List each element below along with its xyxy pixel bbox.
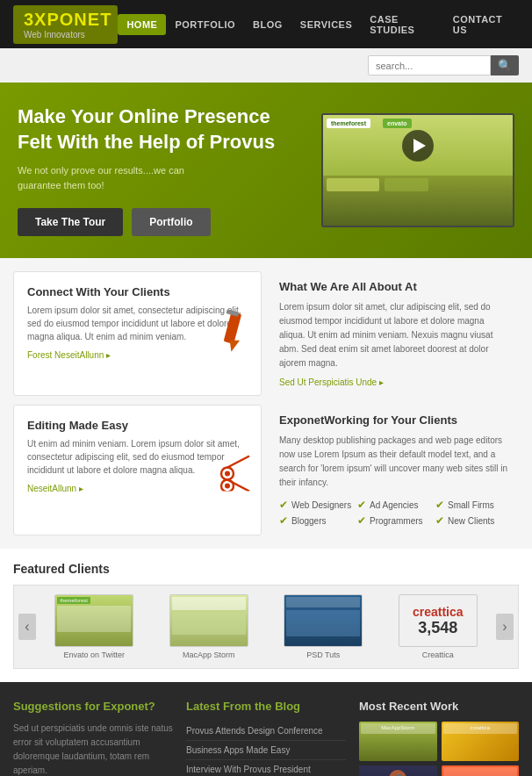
logo-sub: Web Innovators — [24, 30, 85, 40]
hero-section: Make Your Online PresenceFelt With the H… — [0, 83, 532, 258]
nav-case-studies[interactable]: CASE STUDIES — [361, 9, 444, 40]
hero-title: Make Your Online PresenceFelt With the H… — [18, 104, 308, 154]
carousel-prev[interactable]: ‹ — [18, 614, 36, 640]
work-thumb-2[interactable]: creattica — [442, 722, 520, 761]
work-thumb-1[interactable]: MacAppStorm — [359, 722, 437, 761]
nav-portfolio[interactable]: PORTFOLIO — [166, 14, 244, 35]
hero-video[interactable]: themeforest envato — [321, 113, 514, 227]
blog-title: Latest From the Blog — [186, 700, 346, 713]
pencil-icon — [214, 308, 254, 359]
work-thumb-4[interactable] — [442, 765, 520, 776]
svg-line-7 — [227, 456, 249, 467]
working-text: Many desktop publishing packages and web… — [279, 434, 510, 490]
check-icon-6: ✔ — [435, 514, 444, 527]
video-inner: themeforest envato — [323, 115, 513, 226]
featured-title: Featured Clients — [13, 562, 519, 576]
content-area: Connect With Your Clients Lorem ipsum do… — [0, 258, 532, 549]
play-button[interactable] — [402, 130, 434, 162]
suggestions-text1: Sed ut perspiciatis unde omnis iste natu… — [13, 722, 173, 776]
about-link[interactable]: Sed Ut Perspiciatis Unde ▸ — [279, 377, 510, 387]
thumb-creattica: creattica 3,548 — [399, 594, 478, 647]
carousel-label-2: MacApp Storm — [183, 650, 235, 659]
carousel-item-3[interactable]: PSD Tuts — [270, 594, 377, 659]
recent-work-title: Most Recent Work — [359, 700, 519, 713]
logo-area: 3XPONET Web Innovators — [13, 5, 118, 44]
search-bar: 🔍 — [0, 48, 532, 83]
nav-blog[interactable]: BLOG — [244, 14, 291, 35]
feature-web-designers: ✔Web Designers — [279, 499, 354, 511]
card-connect: Connect With Your Clients Lorem ipsum do… — [13, 271, 262, 396]
blog-item-2[interactable]: Business Apps Made Easy — [186, 741, 346, 760]
video-logo2: envato — [383, 119, 412, 128]
right-section-working: ExponetWorking for Your Clients Many des… — [270, 405, 519, 535]
check-icon-1: ✔ — [279, 499, 288, 511]
card-editing-text: Ut enim ad minim veniam. Lorem ipsum dol… — [27, 437, 248, 477]
blog-item-3[interactable]: Interview With Provus President — [186, 760, 346, 776]
video-bg: themeforest envato — [323, 115, 513, 226]
bottom-section: Suggestions for Exponet? Sed ut perspici… — [0, 682, 532, 776]
carousel-label-3: PSD Tuts — [306, 650, 340, 659]
tour-button[interactable]: Take The Tour — [18, 208, 123, 236]
logo-text: 3XPONET — [24, 10, 111, 30]
carousel-item-4[interactable]: creattica 3,548 Creattica — [385, 594, 492, 659]
carousel-item-2[interactable]: MacApp Storm — [155, 594, 263, 659]
feature-new-clients: ✔New Clients — [435, 514, 510, 527]
carousel-item-1[interactable]: themeforest Envato on Twitter — [40, 594, 148, 659]
svg-line-8 — [227, 479, 249, 491]
check-icon-5: ✔ — [357, 514, 366, 527]
feature-ad-agencies: ✔Ad Agencies — [357, 499, 432, 511]
svg-point-6 — [225, 483, 230, 488]
carousel-next[interactable]: › — [496, 614, 514, 640]
carousel-items: themeforest Envato on Twitter MacApp Sto… — [40, 594, 492, 659]
check-icon-4: ✔ — [279, 514, 288, 527]
about-text: Lorem ipsum dolor sit amet, clur adipisc… — [279, 300, 510, 370]
right-section-about: What We Are All About At Lorem ipsum dol… — [270, 271, 519, 396]
feature-bloggers: ✔Bloggers — [279, 514, 354, 527]
portfolio-button[interactable]: Portfolio — [132, 208, 210, 236]
hero-buttons: Take The Tour Portfolio — [18, 208, 308, 236]
search-input[interactable] — [368, 55, 491, 75]
hero-subtitle: We not only prove our results....we cang… — [18, 163, 308, 192]
work-grid: MacAppStorm creattica 🎵 — [359, 722, 519, 776]
video-logo1: themeforest — [327, 119, 370, 128]
video-top: themeforest envato — [323, 115, 513, 176]
search-button[interactable]: 🔍 — [491, 55, 519, 75]
nav-services[interactable]: SERVICES — [291, 14, 361, 35]
about-title: What We Are All About At — [279, 280, 510, 293]
recent-work-col: Most Recent Work MacAppStorm creattica 🎵 — [359, 700, 519, 776]
header: 3XPONET Web Innovators HOME PORTFOLIO BL… — [0, 0, 532, 48]
card-editing-link[interactable]: NeseitAllunn ▸ — [27, 484, 248, 493]
thumb-envato: themeforest — [54, 594, 133, 647]
feature-programmers: ✔Programmers — [357, 514, 432, 527]
featured-clients: Featured Clients ‹ themeforest Envato on… — [0, 549, 532, 682]
card-editing: Editing Made Easy Ut enim ad minim venia… — [13, 405, 262, 535]
carousel-label-1: Envato on Twitter — [64, 650, 125, 659]
work-thumb-3[interactable]: 🎵 — [359, 765, 437, 776]
carousel: ‹ themeforest Envato on Twitter MacApp S… — [13, 585, 519, 669]
card-editing-title: Editing Made Easy — [27, 419, 248, 432]
check-icon-2: ✔ — [357, 499, 366, 511]
feature-small-firms: ✔Small Firms — [435, 499, 510, 511]
features-grid: ✔Web Designers ✔Ad Agencies ✔Small Firms… — [279, 499, 510, 527]
nav-home[interactable]: HOME — [118, 14, 166, 35]
blog-col: Latest From the Blog Provus Attends Desi… — [186, 700, 346, 776]
main-nav: HOME PORTFOLIO BLOG SERVICES CASE STUDIE… — [118, 9, 519, 40]
thumb-psd — [284, 594, 363, 647]
check-icon-3: ✔ — [435, 499, 444, 511]
scissors-icon — [219, 447, 254, 493]
suggestions-col: Suggestions for Exponet? Sed ut perspici… — [13, 700, 173, 776]
thumb-macapp — [169, 594, 248, 647]
blog-item-1[interactable]: Provus Attends Design Conference — [186, 722, 346, 741]
card-connect-title: Connect With Your Clients — [27, 285, 248, 298]
svg-rect-0 — [224, 312, 242, 344]
carousel-label-4: Creattica — [422, 650, 454, 659]
play-icon — [413, 139, 426, 153]
hero-text: Make Your Online PresenceFelt With the H… — [18, 104, 308, 236]
working-title: ExponetWorking for Your Clients — [279, 413, 510, 427]
nav-contact[interactable]: CONTACT US — [444, 9, 519, 40]
svg-point-4 — [225, 471, 230, 476]
suggestions-title: Suggestions for Exponet? — [13, 700, 173, 713]
blog-list: Provus Attends Design Conference Busines… — [186, 722, 346, 776]
